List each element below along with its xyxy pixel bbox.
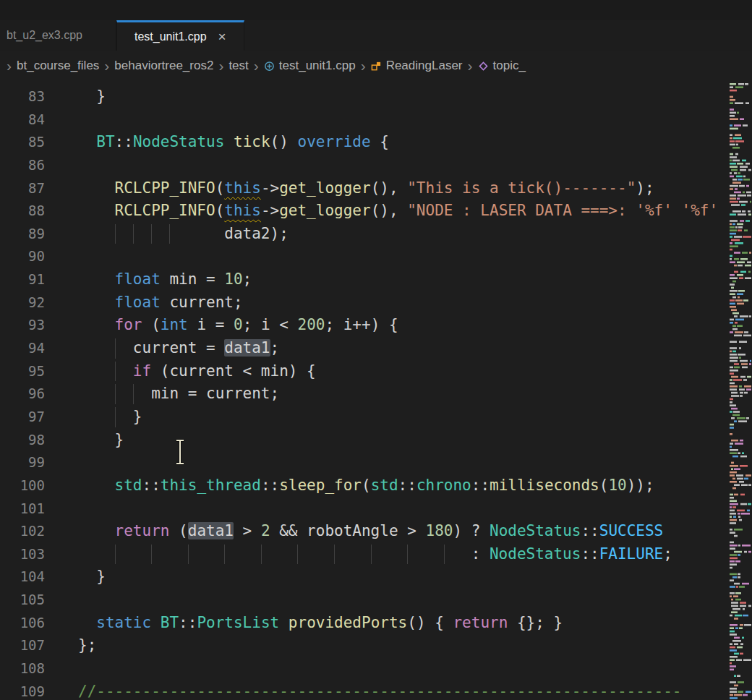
code-line[interactable]: 98 } bbox=[0, 429, 729, 452]
code-line-content[interactable]: RCLCPP_INFO(this->get_logger(), "This is… bbox=[45, 177, 729, 200]
line-number[interactable]: 109 bbox=[0, 680, 45, 700]
chevron-right-icon: › bbox=[361, 58, 366, 73]
line-number[interactable]: 94 bbox=[0, 337, 45, 360]
code-line-content[interactable]: min = current; bbox=[45, 383, 729, 406]
code-line-content[interactable] bbox=[45, 657, 729, 680]
line-number[interactable]: 93 bbox=[0, 314, 45, 337]
tab-label: bt_u2_ex3.cpp bbox=[7, 29, 82, 42]
code-line-content[interactable]: data2); bbox=[45, 223, 729, 246]
code-line-content[interactable]: : NodeStatus::FAILURE; bbox=[45, 543, 729, 566]
line-number[interactable]: 88 bbox=[0, 200, 45, 223]
code-line[interactable]: 94 current = data1; bbox=[0, 337, 729, 360]
breadcrumb-item-test[interactable]: test bbox=[228, 59, 248, 73]
breadcrumb-item-topic-[interactable]: topic_ bbox=[478, 59, 526, 73]
line-number[interactable]: 108 bbox=[0, 657, 45, 680]
code-line[interactable]: 92 float current; bbox=[0, 291, 729, 315]
code-line-content[interactable] bbox=[45, 589, 729, 612]
code-line[interactable]: 100 std::this_thread::sleep_for(std::chr… bbox=[0, 474, 729, 498]
code-line-content[interactable] bbox=[45, 154, 729, 177]
line-number[interactable]: 83 bbox=[0, 85, 45, 108]
line-number[interactable]: 99 bbox=[0, 451, 45, 474]
code-line[interactable]: 107}; bbox=[0, 634, 729, 657]
tab-bt-u2-ex3-cpp[interactable]: bt_u2_ex3.cpp bbox=[0, 20, 116, 51]
breadcrumb-item-test-unit1-cpp[interactable]: test_unit1.cpp bbox=[264, 59, 356, 73]
minimap[interactable] bbox=[729, 81, 752, 700]
code-line-content[interactable]: } bbox=[45, 85, 729, 108]
line-number[interactable]: 97 bbox=[0, 406, 45, 429]
editor-pane[interactable]: 83 }8485 BT::NodeStatus tick() override … bbox=[0, 81, 752, 700]
code-line[interactable]: 91 float min = 10; bbox=[0, 268, 729, 291]
code-line[interactable]: 106 static BT::PortsList providedPorts()… bbox=[0, 612, 729, 635]
code-line[interactable]: 85 BT::NodeStatus tick() override { bbox=[0, 131, 729, 154]
close-icon[interactable]: × bbox=[218, 30, 226, 43]
line-number[interactable]: 98 bbox=[0, 429, 45, 452]
code-line-content[interactable]: return (data1 > 2 && robotAngle > 180) ?… bbox=[45, 520, 729, 543]
code-line[interactable]: 95 if (current < min) { bbox=[0, 360, 729, 383]
code-line-content[interactable]: if (current < min) { bbox=[45, 360, 729, 383]
code-line[interactable]: 84 bbox=[0, 108, 729, 132]
code-line[interactable]: 90 bbox=[0, 245, 729, 268]
line-number[interactable]: 85 bbox=[0, 131, 45, 154]
code-line[interactable]: 96 min = current; bbox=[0, 383, 729, 406]
line-number[interactable]: 105 bbox=[0, 589, 45, 612]
breadcrumb-item-readinglaser[interactable]: ReadingLaser bbox=[371, 59, 463, 73]
code-line[interactable]: 93 for (int i = 0; i < 200; i++) { bbox=[0, 314, 729, 337]
code-line[interactable]: 83 } bbox=[0, 85, 729, 108]
line-number[interactable]: 107 bbox=[0, 634, 45, 657]
code-line-content[interactable]: } bbox=[45, 429, 729, 452]
code-line-content[interactable]: for (int i = 0; i < 200; i++) { bbox=[45, 314, 729, 337]
code-line[interactable]: 102 return (data1 > 2 && robotAngle > 18… bbox=[0, 520, 729, 543]
code-line-content[interactable] bbox=[45, 245, 729, 268]
line-number[interactable]: 91 bbox=[0, 268, 45, 291]
code-line[interactable]: 101 bbox=[0, 498, 729, 521]
breadcrumb-item-bt-course-files[interactable]: bt_course_files bbox=[17, 59, 99, 73]
code-line[interactable]: 108 bbox=[0, 657, 729, 680]
breadcrumb-item-behaviortree-ros2[interactable]: behaviortree_ros2 bbox=[114, 59, 213, 73]
code-line-content[interactable]: float min = 10; bbox=[45, 268, 729, 291]
code-line[interactable]: 105 bbox=[0, 589, 729, 612]
code-line-content[interactable]: //--------------------------------------… bbox=[45, 680, 729, 700]
method-symbol-icon bbox=[478, 61, 489, 72]
code-line-content[interactable]: } bbox=[45, 565, 729, 589]
line-number[interactable]: 87 bbox=[0, 177, 45, 200]
line-number[interactable]: 90 bbox=[0, 245, 45, 268]
code-line-content[interactable]: RCLCPP_INFO(this->get_logger(), "NODE : … bbox=[45, 200, 729, 223]
code-line[interactable]: 99 bbox=[0, 451, 729, 474]
line-number[interactable]: 96 bbox=[0, 383, 45, 406]
code-line[interactable]: 87 RCLCPP_INFO(this->get_logger(), "This… bbox=[0, 177, 729, 200]
code-line[interactable]: 109//-----------------------------------… bbox=[0, 680, 729, 700]
code-line-content[interactable] bbox=[45, 108, 729, 132]
line-number[interactable]: 100 bbox=[0, 474, 45, 498]
code-lines[interactable]: 83 }8485 BT::NodeStatus tick() override … bbox=[0, 81, 729, 700]
line-number[interactable]: 86 bbox=[0, 154, 45, 177]
code-line-content[interactable]: current = data1; bbox=[45, 337, 729, 360]
tab-label: test_unit1.cpp bbox=[134, 30, 207, 43]
code-line-content[interactable] bbox=[45, 498, 729, 521]
tab-test-unit1-cpp[interactable]: test_unit1.cpp× bbox=[116, 20, 244, 51]
code-line[interactable]: 86 bbox=[0, 154, 729, 177]
line-number[interactable]: 92 bbox=[0, 291, 45, 315]
code-line[interactable]: 104 } bbox=[0, 565, 729, 589]
indent-guide bbox=[444, 545, 445, 565]
code-line-content[interactable]: float current; bbox=[45, 291, 729, 315]
code-line[interactable]: 88 RCLCPP_INFO(this->get_logger(), "NODE… bbox=[0, 200, 729, 223]
code-line-content[interactable] bbox=[45, 451, 729, 474]
code-line-content[interactable]: static BT::PortsList providedPorts() { r… bbox=[45, 612, 729, 635]
line-number[interactable]: 106 bbox=[0, 612, 45, 635]
line-number[interactable]: 89 bbox=[0, 223, 45, 246]
line-number[interactable]: 102 bbox=[0, 520, 45, 543]
indent-guide bbox=[115, 545, 116, 565]
code-line-content[interactable]: } bbox=[45, 406, 729, 429]
code-line-content[interactable]: std::this_thread::sleep_for(std::chrono:… bbox=[45, 474, 729, 498]
line-number[interactable]: 84 bbox=[0, 108, 45, 132]
code-line[interactable]: 97 } bbox=[0, 406, 729, 429]
code-line-content[interactable]: BT::NodeStatus tick() override { bbox=[45, 131, 729, 154]
line-number[interactable]: 95 bbox=[0, 360, 45, 383]
code-line[interactable]: 89 data2); bbox=[0, 223, 729, 246]
line-number[interactable]: 103 bbox=[0, 543, 45, 566]
line-number[interactable]: 104 bbox=[0, 565, 45, 589]
code-line-content[interactable]: }; bbox=[45, 634, 729, 657]
code-line[interactable]: 103 : NodeStatus::FAILURE; bbox=[0, 543, 729, 566]
vscode-window: bt_u2_ex3.cpptest_unit1.cpp× ›bt_course_… bbox=[0, 0, 752, 700]
line-number[interactable]: 101 bbox=[0, 498, 45, 521]
